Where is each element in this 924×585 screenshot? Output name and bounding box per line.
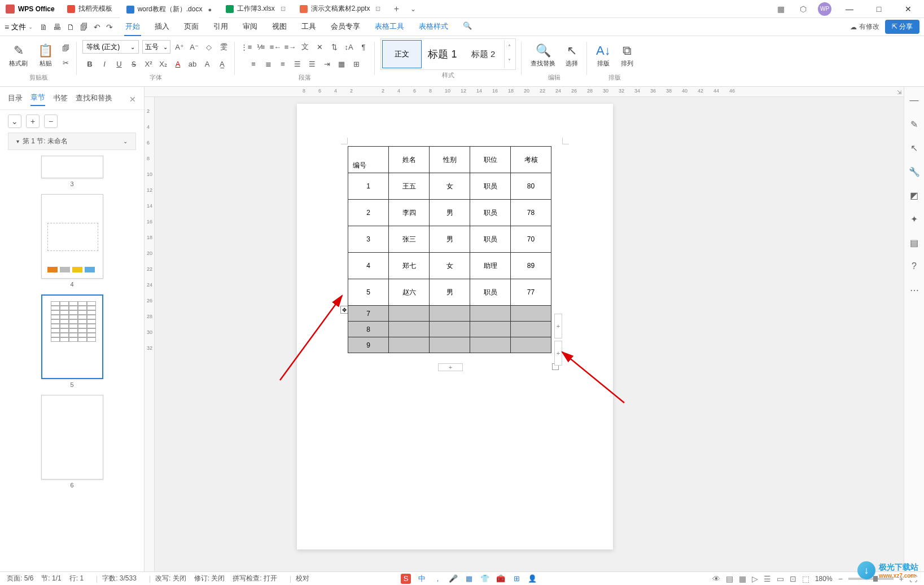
tab-icon[interactable]: ⇥ bbox=[321, 58, 332, 69]
underline-icon[interactable]: U bbox=[113, 58, 125, 69]
status-revision[interactable]: 修订: 关闭 bbox=[194, 574, 225, 583]
thumbnail-page-5[interactable] bbox=[41, 294, 103, 379]
view-web-icon[interactable]: ▦ bbox=[739, 574, 746, 583]
tab-review[interactable]: 审阅 bbox=[242, 18, 259, 36]
data-table[interactable]: 编号 姓名 性别 职位 考核 1王五女职员80 2李四男职员78 3张三男职员7… bbox=[348, 146, 551, 353]
tab-reference[interactable]: 引用 bbox=[212, 18, 229, 36]
ai-icon[interactable]: ✦ bbox=[908, 212, 921, 226]
decrease-font-icon[interactable]: A⁻ bbox=[189, 41, 200, 52]
document-page[interactable]: ✥ 编号 姓名 性别 职位 考核 1王五女职员80 2李四男职员78 3张三男职… bbox=[297, 104, 613, 549]
zoom-out-icon[interactable]: − bbox=[838, 574, 843, 583]
bold-icon[interactable]: B bbox=[84, 58, 95, 69]
share-button[interactable]: ⇱ 分享 bbox=[885, 20, 919, 34]
status-page[interactable]: 页面: 5/6 bbox=[7, 574, 33, 583]
edit-pane-icon[interactable]: ✎ bbox=[908, 117, 921, 131]
highlight-icon[interactable]: ab bbox=[187, 58, 198, 69]
header-number[interactable]: 编号 bbox=[348, 147, 389, 173]
ime-punct-icon[interactable]: ， bbox=[432, 574, 443, 584]
toolbox-icon[interactable]: 🔧 bbox=[908, 165, 921, 178]
ime-lang-icon[interactable]: 中 bbox=[417, 574, 427, 584]
sort-icon[interactable]: ↕A bbox=[343, 41, 354, 52]
style-up-icon[interactable]: ˄ bbox=[504, 40, 514, 54]
cut-icon[interactable]: ✂ bbox=[60, 57, 71, 68]
tab-table-style[interactable]: 表格样式 bbox=[418, 18, 449, 36]
tab-ppt[interactable]: 演示文稿素材2.pptx ⊡ bbox=[293, 0, 388, 18]
select-button[interactable]: ↖选择 bbox=[562, 42, 581, 69]
nav-tab-find[interactable]: 查找和替换 bbox=[76, 93, 112, 105]
export-icon[interactable]: 🗐 bbox=[80, 23, 88, 32]
align-center-icon[interactable]: ≣ bbox=[262, 58, 274, 69]
select-pane-icon[interactable]: ↖ bbox=[908, 141, 921, 155]
section-header[interactable]: ▾ 第 1 节: 未命名 ⌄ bbox=[8, 133, 136, 150]
ime-skin-icon[interactable]: 👕 bbox=[480, 574, 490, 584]
status-section[interactable]: 节: 1/1 bbox=[41, 574, 61, 583]
copy-icon[interactable]: 🗐 bbox=[60, 42, 71, 54]
decrease-indent-icon[interactable]: ≡← bbox=[270, 41, 281, 52]
tab-template[interactable]: 找稻壳模板 bbox=[60, 0, 120, 18]
numbering-icon[interactable]: ⅟≡ bbox=[255, 41, 266, 52]
document-area[interactable]: 8642246810121416182022242628303234363840… bbox=[144, 87, 904, 571]
clear-format-icon[interactable]: ◇ bbox=[203, 41, 214, 52]
section-more-icon[interactable]: ⌄ bbox=[123, 138, 128, 144]
layout-icon[interactable]: ▦ bbox=[773, 1, 789, 17]
table-move-handle[interactable]: ✥ bbox=[340, 306, 348, 314]
header-name[interactable]: 姓名 bbox=[389, 147, 430, 173]
nav-remove-button[interactable]: − bbox=[44, 115, 58, 128]
horizontal-ruler[interactable]: 8642246810121416182022242628303234363840… bbox=[144, 87, 904, 97]
line-spacing-icon[interactable]: ⇅ bbox=[329, 41, 340, 52]
distribute-icon[interactable]: ☰ bbox=[306, 58, 318, 69]
char-shading-icon[interactable]: A̲ bbox=[216, 58, 227, 69]
font-size-select[interactable]: 五号⌄ bbox=[142, 40, 170, 54]
thumbnail-page-6[interactable] bbox=[41, 395, 103, 480]
resource-icon[interactable]: ▤ bbox=[908, 236, 921, 249]
ime-logo-icon[interactable]: S bbox=[401, 574, 411, 584]
new-tab-button[interactable]: + bbox=[388, 4, 405, 14]
ime-voice-icon[interactable]: 🎤 bbox=[448, 574, 458, 584]
style-heading1[interactable]: 标题 1 bbox=[423, 40, 462, 68]
nav-tab-toc[interactable]: 目录 bbox=[8, 93, 23, 105]
tab-word-doc[interactable]: word教程（新）.docx ● bbox=[120, 0, 219, 18]
shading-icon[interactable]: ▦ bbox=[336, 58, 347, 69]
add-column-button[interactable]: + bbox=[554, 314, 562, 338]
vertical-ruler[interactable]: 2468101214161820222426283032 bbox=[144, 97, 155, 571]
status-spell[interactable]: 拼写检查: 打开 bbox=[233, 574, 277, 583]
find-replace-button[interactable]: 🔍查找替换 bbox=[527, 42, 559, 69]
status-row[interactable]: 行: 1 bbox=[69, 574, 84, 583]
add-column-button-2[interactable]: + bbox=[554, 341, 562, 366]
font-color-icon[interactable]: A bbox=[172, 58, 183, 69]
text-direction-icon[interactable]: 文 bbox=[299, 41, 310, 52]
pinyin-icon[interactable]: 雯 bbox=[218, 41, 229, 52]
tab-restore-icon[interactable]: ⊡ bbox=[375, 5, 380, 12]
view-focus-icon[interactable]: ▭ bbox=[777, 574, 784, 583]
bullets-icon[interactable]: ⋮≡ bbox=[240, 41, 252, 52]
tab-table-tools[interactable]: 表格工具 bbox=[374, 18, 405, 36]
view-read-icon[interactable]: 👁 bbox=[712, 574, 720, 583]
tab-menu-button[interactable]: ⌄ bbox=[405, 5, 422, 13]
subscript-icon[interactable]: X₂ bbox=[157, 58, 169, 69]
thumbnail-page-4[interactable] bbox=[41, 194, 103, 279]
undo-icon[interactable]: ↶ bbox=[94, 23, 100, 32]
save-icon[interactable]: 🗎 bbox=[40, 23, 47, 32]
print-icon[interactable]: 🖶 bbox=[53, 23, 61, 32]
tab-restore-icon[interactable]: ⊡ bbox=[281, 5, 286, 12]
nav-add-button[interactable]: + bbox=[26, 115, 40, 128]
fit-page-icon[interactable]: ⊡ bbox=[790, 574, 796, 583]
screenshot-icon[interactable]: ◩ bbox=[908, 188, 921, 202]
style-heading2[interactable]: 标题 2 bbox=[463, 40, 503, 68]
show-marks-icon[interactable]: ¶ bbox=[358, 41, 369, 52]
nav-tab-bookmark[interactable]: 书签 bbox=[53, 93, 68, 105]
superscript-icon[interactable]: X² bbox=[143, 58, 154, 69]
status-proof[interactable]: 校对 bbox=[296, 574, 309, 583]
file-menu[interactable]: ≡ 文件 ⌄ bbox=[5, 22, 33, 32]
ruler-expand-icon[interactable]: ⇲ bbox=[897, 89, 901, 95]
format-painter-button[interactable]: ✎格式刷 bbox=[6, 42, 31, 69]
minimize-button[interactable]: — bbox=[838, 0, 861, 18]
align-right-icon[interactable]: ≡ bbox=[277, 58, 288, 69]
user-avatar[interactable]: WP bbox=[818, 2, 831, 16]
search-icon[interactable]: 🔍 bbox=[462, 18, 473, 36]
tab-tools[interactable]: 工具 bbox=[300, 18, 317, 36]
font-family-select[interactable]: 等线 (正文)⌄ bbox=[82, 40, 139, 54]
ime-apps-icon[interactable]: ⊞ bbox=[511, 574, 522, 584]
char-border-icon[interactable]: A bbox=[202, 58, 213, 69]
view-outline-icon[interactable]: ▷ bbox=[752, 574, 758, 583]
